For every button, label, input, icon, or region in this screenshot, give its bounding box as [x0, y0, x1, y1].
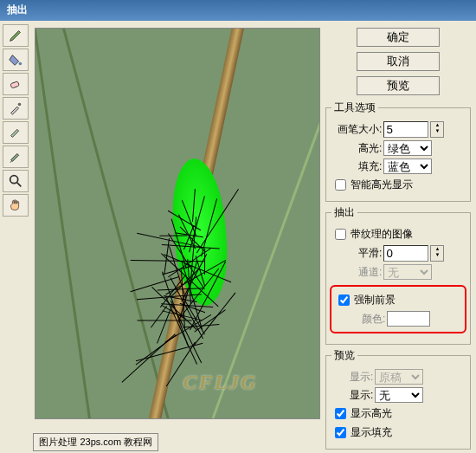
force-foreground-checkbox[interactable]	[338, 294, 350, 306]
cancel-button[interactable]: 取消	[357, 52, 440, 71]
preview-legend: 预览	[331, 348, 357, 363]
highlight-select[interactable]: 绿色	[383, 140, 432, 156]
hand-tool[interactable]	[3, 194, 29, 217]
textured-checkbox[interactable]	[335, 229, 346, 240]
brush-size-spinner[interactable]: ▲▼	[430, 121, 444, 138]
color-swatch[interactable]	[387, 311, 430, 327]
zoom-tool[interactable]	[3, 170, 29, 192]
show-highlight-label: 显示高光	[351, 406, 392, 421]
brush-size-label: 画笔大小:	[331, 122, 382, 137]
smooth-spinner[interactable]: ▲▼	[430, 245, 444, 262]
show-fill-checkbox[interactable]	[335, 427, 346, 438]
ok-button[interactable]: 确定	[357, 28, 440, 47]
tool-options-legend: 工具选项	[331, 100, 378, 115]
channel-label: 通道:	[331, 265, 382, 280]
fill-select[interactable]: 蓝色	[383, 159, 432, 174]
edge-touchup-tool[interactable]	[3, 146, 29, 168]
fill-tool[interactable]	[3, 49, 29, 71]
title-bar: 抽出	[0, 0, 476, 21]
brush-size-input[interactable]	[383, 121, 428, 138]
svg-rect-1	[10, 81, 19, 88]
smart-highlight-checkbox[interactable]	[335, 179, 346, 191]
preview-canvas[interactable]: for(let i=0;i<60;i++){let a=Math.random(…	[35, 28, 320, 419]
smooth-label: 平滑:	[331, 246, 382, 261]
display-select[interactable]: 无	[375, 387, 423, 403]
color-label: 颜色:	[335, 312, 385, 327]
show-fill-label: 显示填充	[351, 425, 392, 440]
svg-point-3	[10, 176, 18, 184]
watermark: CFLJG	[183, 371, 257, 394]
textured-label: 带纹理的图像	[351, 227, 413, 242]
preview-button[interactable]: 预览	[357, 76, 440, 95]
extract-legend: 抽出	[331, 205, 357, 220]
svg-point-2	[18, 103, 22, 107]
show-select: 原稿	[375, 369, 423, 385]
display-label: 显示:	[331, 388, 373, 403]
cleanup-tool[interactable]	[3, 121, 29, 144]
show-highlight-checkbox[interactable]	[335, 408, 346, 419]
smooth-input[interactable]	[383, 245, 428, 262]
options-panel: 确定 取消 预览 工具选项 画笔大小:▲▼ 高光:绿色 填充:蓝色 智能高光显示…	[324, 21, 476, 453]
eraser-tool[interactable]	[3, 73, 29, 95]
svg-point-0	[19, 62, 23, 66]
show-label: 显示:	[331, 370, 373, 385]
smart-highlight-label: 智能高光显示	[351, 178, 413, 192]
highlight-label: 高光:	[331, 141, 382, 156]
channel-select: 无	[383, 264, 432, 280]
highlighter-tool[interactable]	[3, 24, 29, 47]
svg-line-4	[17, 183, 22, 187]
eyedropper-tool[interactable]	[3, 97, 29, 120]
toolbar	[0, 21, 31, 453]
source-tag: 图片处理 23ps.com 教程网	[33, 433, 158, 451]
fill-label: 填充:	[331, 159, 382, 174]
force-foreground-label: 强制前景	[354, 293, 396, 307]
